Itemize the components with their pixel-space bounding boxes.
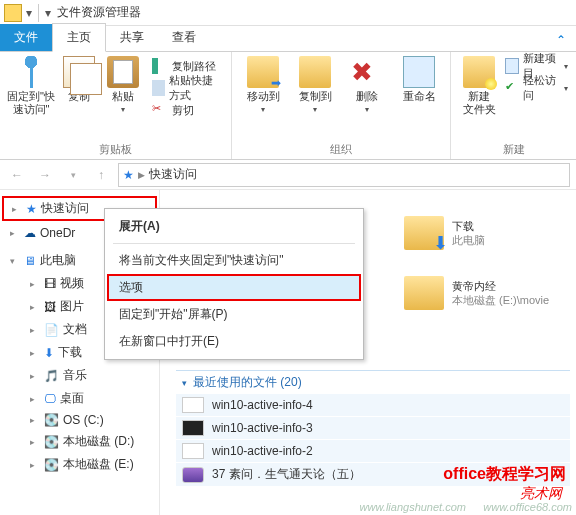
file-icon [182, 443, 204, 459]
pin-to-quick-access-button[interactable]: 固定到"快 速访问" [8, 56, 54, 116]
folder-name: 黄帝内经 [452, 279, 549, 293]
folder-name: 下载 [452, 219, 485, 233]
breadcrumb-bar: ← → ▾ ↑ ★ ▶ 快速访问 [0, 160, 576, 190]
qat-dropdown-2[interactable]: ▾ [43, 6, 53, 20]
tab-share[interactable]: 共享 [106, 24, 158, 51]
sidebar-label: 图片 [60, 298, 84, 315]
copy-to-button[interactable]: 复制到 ▾ [292, 56, 338, 114]
folder-item[interactable]: 黄帝内经 本地磁盘 (E:)\movie [404, 276, 549, 310]
watermark: www.liangshunet.com [360, 501, 466, 513]
sidebar-label: 音乐 [63, 367, 87, 384]
ctx-options[interactable]: 选项 [107, 274, 361, 301]
recent-dropdown[interactable]: ▾ [62, 164, 84, 186]
cut-button[interactable]: ✂ 剪切 [152, 100, 223, 120]
folder-sub: 此电脑 [452, 233, 485, 247]
file-icon [182, 420, 204, 436]
delete-icon: ✖ [351, 56, 383, 88]
context-menu: 展开(A) 将当前文件夹固定到"快速访问" 选项 固定到"开始"屏幕(P) 在新… [104, 208, 364, 360]
window-title: 文件资源管理器 [57, 4, 141, 21]
sidebar-label: 本地磁盘 (E:) [63, 456, 134, 473]
paste-label: 粘贴 [112, 90, 134, 103]
delete-button[interactable]: ✖ 删除 ▾ [344, 56, 390, 114]
sidebar-label: 桌面 [60, 390, 84, 407]
folder-row: 黄帝内经 本地磁盘 (E:)\movie [404, 276, 570, 310]
qat-dropdown[interactable]: ▾ [24, 6, 34, 20]
separator [113, 243, 355, 244]
chevron-down-icon: ▾ [313, 105, 317, 114]
pin-icon: ★ [26, 202, 37, 216]
rename-button[interactable]: 重命名 [396, 56, 442, 103]
cut-label: 剪切 [172, 103, 194, 118]
chevron-down-icon: ▾ [10, 256, 20, 266]
new-folder-icon [463, 56, 495, 88]
file-item[interactable]: win10-active-info-3 [176, 417, 570, 440]
folder-icon: ⬇ [404, 216, 444, 250]
ctx-open-new-window[interactable]: 在新窗口中打开(E) [107, 328, 361, 355]
sidebar-disk-d[interactable]: ▸💽本地磁盘 (D:) [0, 430, 159, 453]
recent-header-label: 最近使用的文件 (20) [193, 374, 302, 391]
forward-button[interactable]: → [34, 164, 56, 186]
delete-label: 删除 [356, 90, 378, 103]
sidebar-os-c[interactable]: ▸💽OS (C:) [0, 410, 159, 430]
sidebar-label: 本地磁盘 (D:) [63, 433, 134, 450]
copy-button[interactable]: 复制 [60, 56, 98, 103]
paste-icon [107, 56, 139, 88]
group-new-label: 新建 [459, 140, 568, 157]
back-button[interactable]: ← [6, 164, 28, 186]
sidebar-label: 下载 [58, 344, 82, 361]
copy-icon [63, 56, 95, 88]
desktop-icon: 🖵 [44, 392, 56, 406]
file-name: 37 素问．生气通天论（五） [212, 466, 361, 483]
easy-access-button[interactable]: ✔ 轻松访问 ▾ [505, 78, 568, 98]
up-button[interactable]: ↑ [90, 164, 112, 186]
tab-view[interactable]: 查看 [158, 24, 210, 51]
sidebar-disk-e[interactable]: ▸💽本地磁盘 (E:) [0, 453, 159, 476]
tab-home[interactable]: 主页 [52, 23, 106, 52]
folder-item[interactable]: ⬇ 下载 此电脑 [404, 216, 485, 250]
collapse-ribbon[interactable]: ⌃ [546, 29, 576, 51]
group-new: 新建 文件夹 新建项目 ▾ ✔ 轻松访问 ▾ 新建 [451, 52, 576, 159]
chevron-down-icon: ▾ [121, 105, 125, 114]
chevron-right-icon: ▸ [12, 204, 22, 214]
new-folder-button[interactable]: 新建 文件夹 [459, 56, 499, 116]
paste-button[interactable]: 粘贴 ▾ [104, 56, 142, 114]
ribbon: 固定到"快 速访问" 复制 粘贴 ▾ 复制路径 粘贴快捷方式 [0, 52, 576, 160]
cloud-icon: ☁ [24, 226, 36, 240]
folder-icon [4, 4, 22, 22]
ctx-pin-start[interactable]: 固定到"开始"屏幕(P) [107, 301, 361, 328]
monitor-icon: 🖥 [24, 254, 36, 268]
folder-sub: 本地磁盘 (E:)\movie [452, 293, 549, 307]
paste-shortcut-button[interactable]: 粘贴快捷方式 [152, 78, 223, 98]
group-organize: ➡ 移动到 ▾ 复制到 ▾ ✖ 删除 ▾ 重命名 组织 [232, 52, 451, 159]
pin-icon [15, 56, 47, 88]
ribbon-tabs: 文件 主页 共享 查看 ⌃ [0, 26, 576, 52]
sidebar-music[interactable]: ▸🎵音乐 [0, 364, 159, 387]
disk-icon: 💽 [44, 458, 59, 472]
download-icon: ⬇ [44, 346, 54, 360]
disk-icon: 💽 [44, 435, 59, 449]
group-clipboard: 固定到"快 速访问" 复制 粘贴 ▾ 复制路径 粘贴快捷方式 [0, 52, 232, 159]
easy-access-label: 轻松访问 [523, 73, 560, 103]
disk-icon: 💽 [44, 413, 59, 427]
new-item-icon [505, 58, 519, 74]
path-icon [152, 58, 168, 74]
file-item[interactable]: win10-active-info-2 [176, 440, 570, 463]
move-to-label: 移动到 [247, 90, 280, 103]
ctx-expand[interactable]: 展开(A) [107, 213, 361, 240]
sidebar-desktop[interactable]: ▸🖵桌面 [0, 387, 159, 410]
pin-icon: ★ [123, 168, 134, 182]
file-item[interactable]: win10-active-info-4 [176, 394, 570, 417]
location-text: 快速访问 [149, 166, 197, 183]
copy-path-label: 复制路径 [172, 59, 216, 74]
move-to-button[interactable]: ➡ 移动到 ▾ [240, 56, 286, 114]
rename-label: 重命名 [403, 90, 436, 103]
copy-to-label: 复制到 [299, 90, 332, 103]
sidebar-label: 此电脑 [40, 252, 76, 269]
recent-files-header[interactable]: ▾ 最近使用的文件 (20) [176, 370, 570, 394]
tab-file[interactable]: 文件 [0, 24, 52, 51]
address-bar[interactable]: ★ ▶ 快速访问 [118, 163, 570, 187]
ctx-pin-current[interactable]: 将当前文件夹固定到"快速访问" [107, 247, 361, 274]
easy-access-icon: ✔ [505, 80, 518, 96]
watermark: www.office68.com [483, 501, 572, 513]
new-folder-label: 新建 文件夹 [463, 90, 496, 116]
